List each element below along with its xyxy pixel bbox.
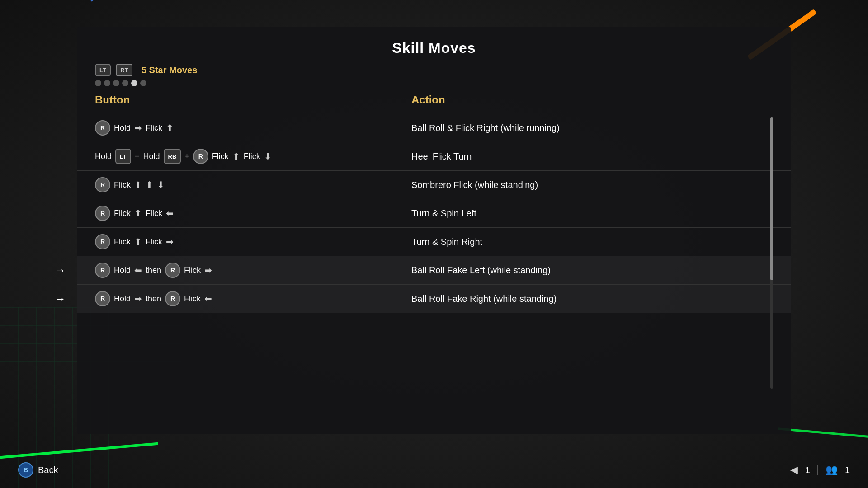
dot-1 [95,80,101,86]
button-word: Flick [114,237,131,247]
button-word: then [146,266,161,275]
rb-button-icon: RB [164,149,181,164]
direction-arrow-icon: ➡ [204,265,212,276]
table-row: RHold➡Flick⬆Ball Roll & Flick Right (whi… [77,114,791,142]
button-word: Flick [244,152,260,161]
r-button-icon: R [95,177,110,192]
table-row: RFlick⬆⬆⬇Sombrero Flick (while standing) [77,171,791,199]
direction-arrow-icon: ⬅ [166,208,174,219]
button-column-header: Button [95,94,411,106]
table-row: HoldLT+HoldRB+RFlick⬆Flick⬇Heel Flick Tu… [77,142,791,171]
move-button-combo: RFlick⬆⬆⬇ [95,177,411,192]
move-button-combo: RHold➡thenRFlick⬅ [95,291,411,306]
button-word: Flick [146,123,162,133]
move-button-combo: RHold➡Flick⬆ [95,120,411,136]
lt-button-icon: LT [115,149,131,164]
button-word: Flick [184,294,201,304]
back-button[interactable]: B Back [18,462,58,478]
action-column-header: Action [411,94,773,106]
dot-4 [122,80,128,86]
page-number: 1 [805,465,810,475]
move-button-combo: HoldLT+HoldRB+RFlick⬆Flick⬇ [95,149,411,164]
header-row: LT RT 5 Star Moves [77,64,791,80]
button-word: Hold [114,123,131,133]
r-button-icon: R [95,206,110,221]
back-label: Back [38,465,58,475]
moves-list: RHold➡Flick⬆Ball Roll & Flick Right (whi… [77,114,791,313]
table-row: →RHold➡thenRFlick⬅Ball Roll Fake Right (… [77,285,791,313]
r-button-icon: R [165,263,180,278]
bottom-bar: B Back ◀ 1 👥 1 [0,452,868,488]
lt-badge: LT [95,64,111,76]
move-action-text: Ball Roll & Flick Right (while running) [411,123,773,133]
move-button-combo: RFlick⬆Flick⬅ [95,206,411,221]
direction-arrow-icon: ⬆ [232,151,240,162]
dot-6 [140,80,146,86]
bottom-right: ◀ 1 👥 1 [790,464,850,476]
row-arrow-indicator: → [54,292,66,306]
button-word: Flick [146,209,162,218]
players-icon: 👥 [826,464,838,476]
r-button-icon: R [95,263,110,278]
direction-arrow-icon: ➡ [134,122,142,133]
button-word: then [146,294,161,304]
table-row: RFlick⬆Flick➡Turn & Spin Right [77,228,791,256]
r-button-icon: R [95,234,110,249]
button-word: Flick [114,180,131,190]
page-title: Skill Moves [77,27,791,64]
r-button-icon: R [95,291,110,306]
direction-arrow-icon: ⬆ [166,122,174,133]
header-divider [95,112,773,112]
direction-arrow-icon: ⬆ [134,179,142,190]
players-count: 1 [845,465,850,475]
row-arrow-indicator: → [54,263,66,277]
b-button-icon: B [18,462,33,478]
category-label: 5 Star Moves [142,65,197,75]
direction-arrow-icon: ⬇ [264,151,272,162]
table-row: RFlick⬆Flick⬅Turn & Spin Left [77,199,791,228]
table-row: →RHold⬅thenRFlick➡Ball Roll Fake Left (w… [77,256,791,285]
dot-3 [113,80,119,86]
button-word: Hold [143,152,160,161]
direction-arrow-icon: ⬆ [134,236,142,247]
move-action-text: Turn & Spin Left [411,208,773,219]
columns-header: Button Action [77,94,791,106]
button-word: Hold [114,294,131,304]
button-word: Hold [95,152,112,161]
rt-badge: RT [116,64,132,76]
dots-row [77,80,791,94]
r-button-icon: R [95,120,110,136]
button-word: Flick [184,266,201,275]
move-action-text: Ball Roll Fake Right (while standing) [411,294,773,304]
move-button-combo: RHold⬅thenRFlick➡ [95,263,411,278]
move-action-text: Turn & Spin Right [411,237,773,247]
direction-arrow-icon: ➡ [166,236,174,247]
dot-2 [104,80,110,86]
r-button-icon: R [193,149,208,164]
main-panel: Skill Moves LT RT 5 Star Moves Button Ac… [77,27,791,434]
move-action-text: Sombrero Flick (while standing) [411,180,773,190]
direction-arrow-icon: ⬇ [157,179,165,190]
direction-arrow-icon: ⬅ [134,265,142,276]
button-word: Flick [212,152,229,161]
direction-arrow-icon: ⬅ [204,293,212,304]
direction-arrow-icon: ⬆ [146,179,153,190]
move-button-combo: RFlick⬆Flick➡ [95,234,411,249]
dot-5-active [131,80,137,86]
scrollbar-thumb[interactable] [770,117,773,280]
scrollbar[interactable] [770,117,773,389]
button-word: Hold [114,266,131,275]
nav-left-icon[interactable]: ◀ [790,464,798,476]
separator [817,465,818,475]
button-word: Flick [114,209,131,218]
direction-arrow-icon: ⬆ [134,208,142,219]
button-word: Flick [146,237,162,247]
move-action-text: Heel Flick Turn [411,151,773,162]
plus-separator: + [135,152,140,161]
move-action-text: Ball Roll Fake Left (while standing) [411,265,773,276]
plus-separator: + [184,152,189,161]
direction-arrow-icon: ➡ [134,293,142,304]
r-button-icon: R [165,291,180,306]
